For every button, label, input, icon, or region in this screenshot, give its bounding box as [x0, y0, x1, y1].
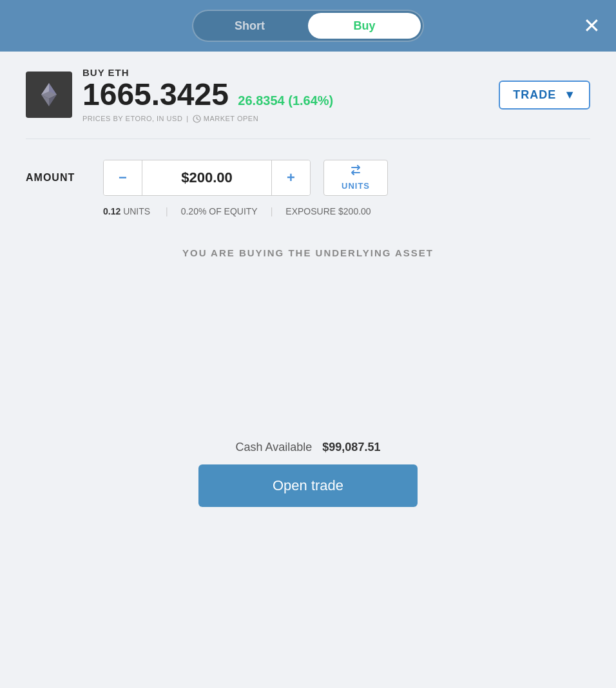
asset-details: BUY ETH 1665.3425 26.8354 (1.64%) PRICES… — [82, 67, 333, 123]
bottom-section: Cash Available $99,087.51 Open trade — [0, 425, 616, 533]
svg-line-7 — [197, 119, 198, 120]
dropdown-arrow-icon: ▼ — [564, 88, 576, 102]
price-meta: PRICES BY ETORO, IN USD | MARKET OPEN — [82, 115, 333, 123]
amount-controls: − $200.00 + — [103, 160, 311, 196]
amount-details: 0.12 UNITS 0.20% OF EQUITY EXPOSURE $200… — [103, 206, 590, 216]
open-trade-button[interactable]: Open trade — [198, 464, 418, 507]
content-area: AMOUNT − $200.00 + UNITS 0.12 — [26, 139, 590, 410]
exposure: EXPOSURE $200.00 — [285, 206, 383, 216]
cash-available: Cash Available $99,087.51 — [26, 441, 590, 454]
buy-button[interactable]: Buy — [308, 13, 421, 39]
header: Short Buy ✕ — [0, 0, 616, 52]
main-content: BUY ETH 1665.3425 26.8354 (1.64%) PRICES… — [0, 52, 616, 425]
units-toggle-button[interactable]: UNITS — [323, 160, 388, 196]
underlying-notice: YOU ARE BUYING THE UNDERLYING ASSET — [26, 247, 590, 258]
asset-info-left: BUY ETH 1665.3425 26.8354 (1.64%) PRICES… — [26, 67, 333, 123]
asset-row: BUY ETH 1665.3425 26.8354 (1.64%) PRICES… — [26, 67, 590, 139]
amount-value[interactable]: $200.00 — [142, 160, 271, 195]
current-price: 1665.3425 — [82, 77, 229, 111]
trade-dropdown-button[interactable]: TRADE ▼ — [499, 81, 590, 110]
amount-decrease-button[interactable]: − — [104, 160, 142, 195]
close-button[interactable]: ✕ — [583, 15, 601, 36]
trade-type-toggle[interactable]: Short Buy — [192, 10, 424, 42]
price-row: 1665.3425 26.8354 (1.64%) — [82, 78, 333, 112]
short-button[interactable]: Short — [193, 11, 306, 41]
equity-pct: 0.20% OF EQUITY — [181, 206, 286, 216]
units-swap-icon — [349, 165, 362, 178]
units-label: UNITS — [342, 181, 370, 191]
amount-label: AMOUNT — [26, 172, 90, 184]
market-status: MARKET OPEN — [193, 115, 258, 123]
action-label: BUY ETH — [82, 67, 333, 78]
amount-section: AMOUNT − $200.00 + UNITS — [26, 160, 590, 196]
price-change: 26.8354 (1.64%) — [238, 93, 333, 108]
units-count: 0.12 UNITS — [103, 206, 181, 216]
amount-increase-button[interactable]: + — [271, 160, 310, 195]
cash-amount-value: $99,087.51 — [322, 441, 380, 454]
asset-logo — [26, 72, 72, 118]
